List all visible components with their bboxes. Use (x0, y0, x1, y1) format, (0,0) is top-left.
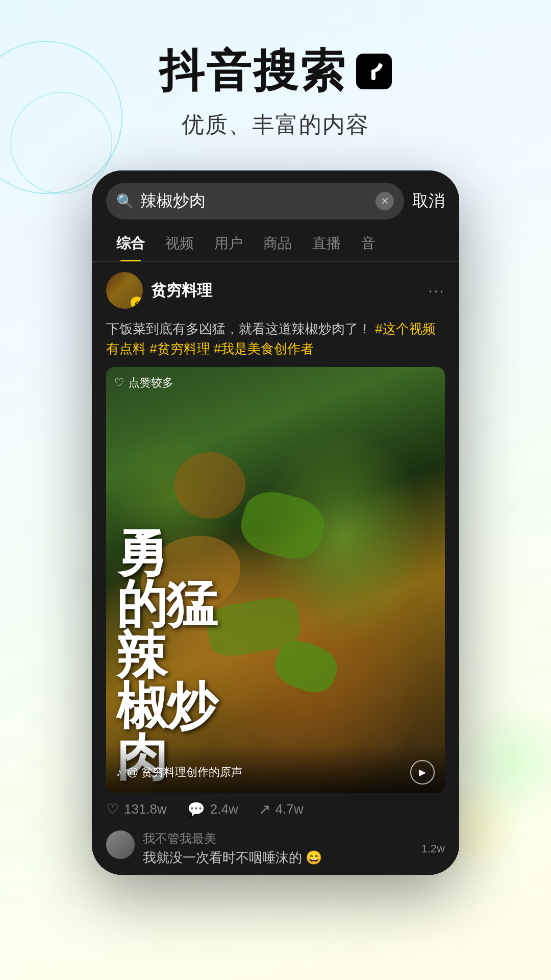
tab-shipin[interactable]: 视频 (155, 228, 204, 261)
commenter-avatar-image (106, 830, 135, 859)
tabs-area: 综合 视频 用户 商品 直播 音 (92, 219, 459, 262)
tiktok-music-icon: ♪ (116, 766, 122, 779)
hashtag-2[interactable]: #贫穷料理 (149, 341, 210, 356)
header: 抖音搜索 优质、丰富的内容 (0, 0, 551, 160)
tab-zonghe[interactable]: 综合 (106, 228, 155, 261)
video-thumbnail[interactable]: ♡ 点赞较多 勇的猛辣椒炒肉 ♪ @ 贫穷料理创作的原声 (106, 367, 445, 793)
shares-count: 4.7w (276, 801, 304, 817)
search-icon: 🔍 (116, 193, 134, 210)
app-title-text: 抖音搜索 (159, 41, 347, 102)
play-button[interactable]: ▶ (410, 760, 435, 785)
sound-info: ♪ @ 贫穷料理创作的原声 (116, 765, 242, 780)
comment-preview: 我不管我最美 我就没一次看时不咽唾沫的 😄 1.2w (92, 826, 459, 875)
tab-zhibo[interactable]: 直播 (302, 228, 351, 261)
shares-stat[interactable]: ↗ 4.7w (259, 801, 304, 818)
content-area: ✓ 贫穷料理 ··· 下饭菜到底有多凶猛，就看这道辣椒炒肉了！ #这个视频有点料… (92, 262, 459, 875)
commenter-avatar (106, 830, 135, 859)
tiktok-logo (356, 54, 392, 89)
phone-frame: 🔍 辣椒炒肉 ✕ 取消 综合 视频 用户 商品 (92, 170, 459, 875)
comments-stat[interactable]: 💬 2.4w (187, 801, 238, 818)
app-title: 抖音搜索 (0, 41, 551, 102)
sound-text: @ 贫穷料理创作的原声 (127, 765, 242, 780)
heart-stat-icon: ♡ (106, 801, 119, 818)
comment-text-area: 我不管我最美 我就没一次看时不咽唾沫的 😄 (143, 830, 413, 867)
comment-likes-count: 1.2w (421, 842, 445, 855)
stats-row: ♡ 131.8w 💬 2.4w ↗ 4.7w (92, 793, 459, 826)
post-plain-text: 下饭菜到底有多凶猛，就看这道辣椒炒肉了！ (106, 321, 371, 336)
app-subtitle: 优质、丰富的内容 (0, 110, 551, 140)
video-text-overlay: 勇的猛辣椒炒肉 (106, 367, 445, 793)
share-stat-icon: ↗ (259, 801, 270, 818)
search-bar-area: 🔍 辣椒炒肉 ✕ 取消 (92, 170, 459, 219)
hashtag-3[interactable]: #我是美食创作者 (214, 341, 314, 356)
likes-stat[interactable]: ♡ 131.8w (106, 801, 167, 818)
search-query-text: 辣椒炒肉 (140, 190, 369, 212)
cancel-button[interactable]: 取消 (412, 190, 445, 212)
phone-mockup: 🔍 辣椒炒肉 ✕ 取消 综合 视频 用户 商品 (0, 170, 551, 875)
verified-badge: ✓ (131, 297, 143, 309)
tab-shangpin[interactable]: 商品 (253, 228, 302, 261)
author-row: ✓ 贫穷料理 ··· (92, 262, 459, 319)
comment-stat-icon: 💬 (187, 801, 205, 818)
tab-yonghu[interactable]: 用户 (204, 228, 253, 261)
author-avatar: ✓ (106, 272, 143, 309)
post-text: 下饭菜到底有多凶猛，就看这道辣椒炒肉了！ #这个视频有点料 #贫穷料理 #我是美… (92, 319, 459, 367)
video-bottom-bar: ♪ @ 贫穷料理创作的原声 ▶ (106, 745, 445, 793)
tab-yin[interactable]: 音 (351, 228, 386, 261)
video-title-text: 勇的猛辣椒炒肉 (116, 527, 216, 782)
author-name[interactable]: 贫穷料理 (151, 280, 420, 301)
phone-screen: 🔍 辣椒炒肉 ✕ 取消 综合 视频 用户 商品 (92, 170, 459, 875)
comments-count: 2.4w (210, 801, 238, 817)
commenter-username[interactable]: 我不管我最美 (143, 830, 413, 847)
search-clear-button[interactable]: ✕ (375, 192, 394, 210)
more-options-button[interactable]: ··· (428, 281, 445, 300)
comment-content: 我就没一次看时不咽唾沫的 😄 (143, 849, 413, 867)
likes-count: 131.8w (124, 801, 167, 817)
search-input-box[interactable]: 🔍 辣椒炒肉 ✕ (106, 183, 404, 219)
svg-point-0 (371, 76, 375, 80)
